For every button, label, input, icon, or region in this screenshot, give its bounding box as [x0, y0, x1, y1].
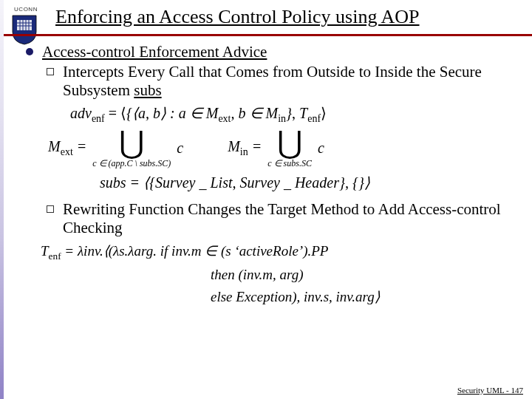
slide-title: Enforcing an Access Control Policy using… [55, 6, 525, 28]
union-sub-2: c ∈ subs.SC [267, 159, 312, 168]
big-union-1: ⋃ c ∈ (app.C \ subs.SC) [92, 129, 171, 168]
union-symbol-1: ⋃ [119, 129, 144, 157]
union-body-1: c [177, 140, 183, 157]
union-body-2: c [318, 140, 324, 157]
formula-tenf: Tenf = λinv.⟨(λs.λarg. if inv.m ∈ (s ‘ac… [41, 240, 517, 309]
tenf-row-2: then (inv.m, arg) [41, 264, 517, 286]
bullet-1-subs: subs [134, 81, 161, 99]
big-union-2: ⋃ c ∈ subs.SC [267, 129, 312, 168]
else-kw: else [211, 289, 233, 304]
mext-lhs: Mext = [48, 138, 86, 158]
subs-lhs: subs [100, 174, 126, 191]
subs-eq: = ⟨{ [126, 174, 156, 191]
union-symbol-2: ⋃ [277, 129, 302, 157]
mext-block: Mext = ⋃ c ∈ (app.C \ subs.SC) c [48, 129, 183, 168]
heading-1: Access-control Enforcement Advice [26, 43, 517, 61]
shield-icon [11, 14, 38, 45]
tenf-tail: ), inv.s, inv.arg⟩ [292, 289, 380, 304]
min-sub-2: in [240, 146, 248, 157]
org-logo: UCONN [11, 6, 41, 48]
subs-sep: , [233, 174, 240, 191]
formula-advenf: advenf = ⟨{⟨a, b⟩ : a ∈ Mext, b ∈ Min}, … [70, 104, 517, 125]
subs-close: }, {}⟩ [339, 174, 370, 191]
union-sub-1: c ∈ (app.C \ subs.SC) [92, 159, 171, 168]
min-block: Min = ⋃ c ∈ subs.SC c [228, 129, 324, 168]
lambda-inv: = λinv.⟨(λs.λarg. [61, 243, 160, 259]
else-body: Exception [233, 289, 293, 304]
subs-item-1: Survey _ List [155, 174, 232, 191]
min-sub-1: in [278, 113, 286, 124]
then-kw: then [211, 267, 235, 282]
formula-subs: subs = ⟨{Survey _ List, Survey _ Header}… [100, 174, 517, 191]
then-body: (inv.m, arg) [235, 267, 304, 282]
eq-1: = [105, 105, 120, 121]
adv-sub: enf [92, 113, 105, 124]
bullet-1: Intercepts Every Call that Comes from Ou… [47, 63, 517, 100]
slide-footer: Security UML - 147 [457, 386, 523, 395]
M-2: M [228, 138, 240, 154]
if-kw: if [160, 243, 168, 259]
bullet-1-text: Intercepts Every Call that Comes from Ou… [63, 63, 482, 99]
inv-m: inv.m ∈ (s ‘activeRole’).PP [168, 243, 328, 259]
set-mid: , b ∈ M [231, 105, 279, 121]
T-1: T [299, 105, 307, 121]
set-definitions: Mext = ⋃ c ∈ (app.C \ subs.SC) c Min = ⋃… [48, 129, 517, 168]
eq-3: = [248, 138, 262, 154]
svg-rect-0 [17, 20, 32, 30]
set-open: {⟨a, b⟩ : a ∈ M [126, 105, 218, 121]
title-rule [4, 34, 532, 36]
adv-lhs: adv [70, 105, 92, 121]
tenf-row-3: else Exception), inv.s, inv.arg⟩ [41, 286, 517, 308]
rangle-1: ⟩ [321, 105, 327, 121]
set-close: } [286, 105, 292, 121]
M-1: M [48, 138, 61, 154]
mext-sub-2: ext [61, 146, 73, 157]
tenf-row-1: Tenf = λinv.⟨(λs.λarg. if inv.m ∈ (s ‘ac… [41, 240, 517, 264]
eq-2: = [73, 138, 87, 154]
langle-1: ⟨ [120, 105, 126, 121]
slide-body: Access-control Enforcement Advice Interc… [26, 43, 517, 309]
org-name: UCONN [11, 6, 41, 13]
comma-1: , [292, 105, 299, 121]
tenf-lhs: T [41, 243, 49, 259]
tenf-sub-1: enf [307, 113, 321, 124]
subs-item-2: Survey _ Header [240, 174, 339, 191]
mext-sub-1: ext [218, 113, 231, 124]
min-lhs: Min = [228, 138, 262, 158]
tenf-sub-2: enf [49, 250, 61, 262]
bullet-2: Rewriting Function Changes the Target Me… [47, 200, 517, 237]
